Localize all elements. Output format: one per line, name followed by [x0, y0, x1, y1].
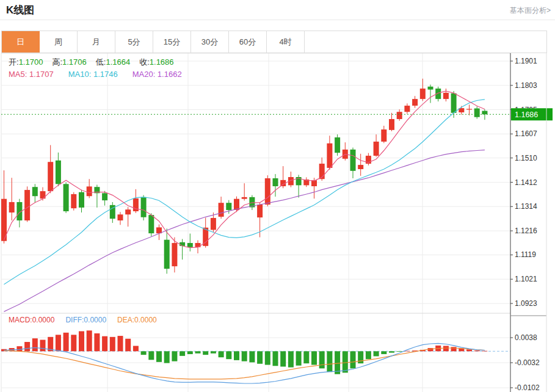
low-readout: 低:1.1664 [96, 57, 130, 68]
fundamental-analysis-link[interactable]: 基本面分析> [510, 5, 551, 16]
tab-30min[interactable]: 30分 [191, 31, 229, 53]
title-divider [0, 20, 555, 20]
high-readout: 高:1.1706 [52, 57, 86, 68]
open-label: 开: [9, 57, 19, 67]
tab-60min[interactable]: 60分 [229, 31, 267, 53]
svg-text:1.1021: 1.1021 [515, 275, 537, 283]
tab-month[interactable]: 月 [78, 31, 115, 53]
low-label: 低: [96, 57, 106, 67]
svg-text:1.1216: 1.1216 [515, 227, 537, 235]
kline-widget: 1.19011.18031.17051.16071.15101.14121.13… [0, 0, 555, 392]
open-value: 1.1700 [19, 57, 43, 67]
ma20-value: MA20: 1.1662 [132, 70, 182, 79]
ohlc-readout: 开:1.1700 高:1.1706 低:1.1664 收:1.1686 [9, 57, 174, 68]
svg-text:1.1803: 1.1803 [515, 81, 537, 90]
svg-text:0.0038: 0.0038 [515, 333, 537, 342]
macd-readout: MACD:0.0000 DIFF:0.0000 DEA:0.0000 [9, 316, 157, 324]
high-value: 1.1706 [62, 57, 87, 67]
low-value: 1.1664 [106, 57, 130, 67]
svg-text:1.1314: 1.1314 [515, 202, 537, 211]
tab-15min[interactable]: 15分 [153, 31, 191, 53]
page-title: K线图 [6, 3, 34, 17]
dea-value: DEA:0.0000 [117, 316, 157, 324]
svg-text:1.0923: 1.0923 [515, 299, 537, 308]
tab-5min[interactable]: 5分 [115, 31, 153, 53]
ma5-value: MA5: 1.1707 [9, 70, 54, 79]
svg-text:1.1119: 1.1119 [515, 250, 536, 259]
tab-day[interactable]: 日 [2, 31, 40, 53]
svg-text:1.1412: 1.1412 [515, 178, 537, 187]
high-label: 高: [52, 57, 62, 67]
diff-value: DIFF:0.0000 [65, 316, 106, 324]
svg-text:-0.0102: -0.0102 [515, 383, 540, 392]
interval-tab-bar: 日 周 月 5分 15分 30分 60分 4时 [1, 31, 547, 53]
tab-week[interactable]: 周 [40, 31, 78, 53]
svg-text:1.1510: 1.1510 [515, 154, 537, 162]
open-readout: 开:1.1700 [9, 57, 43, 68]
tab-4hour[interactable]: 4时 [267, 31, 305, 53]
macd-value: MACD:0.0000 [9, 316, 54, 324]
close-readout: 收:1.1686 [139, 57, 173, 68]
tab-bar-filler [305, 31, 546, 53]
ma10-value: MA10: 1.1746 [68, 70, 118, 79]
close-value: 1.1686 [150, 57, 174, 67]
svg-text:-0.0032: -0.0032 [515, 358, 540, 367]
svg-text:1.1901: 1.1901 [515, 57, 537, 65]
svg-text:1.1686: 1.1686 [515, 111, 538, 119]
svg-text:1.1607: 1.1607 [515, 129, 537, 138]
ma-readout: MA5: 1.1707 MA10: 1.1746 MA20: 1.1662 [9, 70, 182, 79]
close-label: 收: [139, 57, 150, 67]
